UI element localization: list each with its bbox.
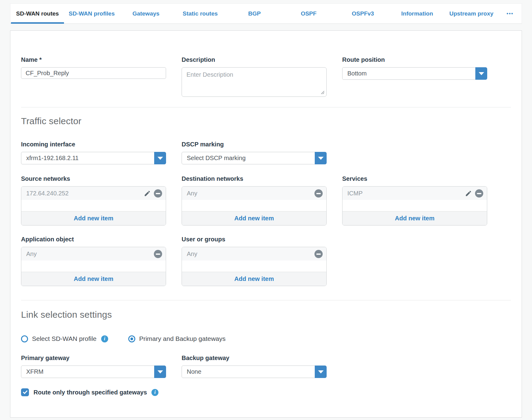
add-new-item-label: Add new item <box>395 215 434 222</box>
source-networks-add-button[interactable]: Add new item <box>21 211 166 225</box>
list-item: Any <box>182 247 326 261</box>
sd-wan-route-editor-card: Name * Description Route position Bottom <box>10 30 522 418</box>
radio-primary-backup-gateways-label: Primary and Backup gateways <box>139 335 226 342</box>
name-label: Name * <box>21 56 166 63</box>
backup-gateway-label: Backup gateway <box>182 355 327 362</box>
check-icon <box>23 389 27 394</box>
destination-networks-add-button[interactable]: Add new item <box>182 211 326 225</box>
edit-icon[interactable] <box>144 190 151 197</box>
user-or-groups-label: User or groups <box>182 236 327 243</box>
description-label: Description <box>182 56 327 63</box>
backup-gateway-value: None <box>182 368 315 375</box>
application-object-box: Any Add new item <box>21 247 166 286</box>
tab-static-routes[interactable]: Static routes <box>173 4 227 23</box>
services-box: ICMP Add new item <box>342 186 487 226</box>
user-or-groups-add-button[interactable]: Add new item <box>182 272 326 286</box>
application-object-label: Application object <box>21 236 166 243</box>
remove-icon[interactable] <box>314 189 323 198</box>
tab-upstream-proxy[interactable]: Upstream proxy <box>444 4 498 23</box>
dscp-marking-label: DSCP marking <box>182 141 327 148</box>
backup-gateway-dropdown-button[interactable] <box>315 366 327 378</box>
application-object-add-button[interactable]: Add new item <box>21 272 166 286</box>
name-field: Name * <box>21 56 166 79</box>
remove-icon[interactable] <box>475 189 483 198</box>
remove-icon[interactable] <box>314 250 323 258</box>
list-item: 172.64.240.252 <box>21 187 166 200</box>
general-fields-row: Name * Description Route position Bottom <box>21 56 511 97</box>
networks-row: Source networks 172.64.240.252 Add new i… <box>21 175 511 226</box>
destination-networks-label: Destination networks <box>182 175 327 182</box>
incoming-interface-label: Incoming interface <box>21 141 166 148</box>
link-selection-radio-group: Select SD-WAN profile i Primary and Back… <box>21 335 511 342</box>
radio-primary-backup-gateways[interactable] <box>128 335 135 342</box>
caret-down-icon <box>318 157 324 160</box>
services-add-button[interactable]: Add new item <box>342 211 487 225</box>
route-position-select[interactable]: Bottom <box>342 67 487 80</box>
list-item: Any <box>21 247 166 261</box>
tab-sd-wan-profiles[interactable]: SD-WAN profiles <box>65 4 119 23</box>
primary-gateway-dropdown-button[interactable] <box>154 366 166 378</box>
service-value: ICMP <box>347 190 465 197</box>
caret-down-icon <box>479 72 484 75</box>
application-object-field: Application object Any Add new item <box>21 236 166 286</box>
destination-network-value: Any <box>187 190 314 197</box>
name-input[interactable] <box>21 67 166 79</box>
dscp-marking-dropdown-button[interactable] <box>315 152 327 164</box>
route-position-dropdown-button[interactable] <box>475 67 487 80</box>
tab-information[interactable]: Information <box>390 4 444 23</box>
tab-bgp[interactable]: BGP <box>227 4 282 23</box>
backup-gateway-field: Backup gateway None <box>182 355 327 378</box>
tab-bar: SD-WAN routes SD-WAN profiles Gateways S… <box>10 3 522 24</box>
source-networks-label: Source networks <box>21 175 166 182</box>
remove-icon[interactable] <box>154 250 162 258</box>
list-empty-area <box>342 200 487 211</box>
incoming-interface-dropdown-button[interactable] <box>154 152 166 164</box>
add-new-item-label: Add new item <box>234 275 274 282</box>
caret-down-icon <box>158 370 163 373</box>
application-object-value: Any <box>26 250 154 257</box>
traffic-selector-heading: Traffic selector <box>21 116 511 126</box>
description-field: Description <box>182 56 327 97</box>
info-icon[interactable]: i <box>101 335 108 342</box>
dscp-marking-value: Select DSCP marking <box>182 155 315 162</box>
tab-gateways[interactable]: Gateways <box>119 4 173 23</box>
info-icon[interactable]: i <box>151 389 158 396</box>
tab-ospf[interactable]: OSPF <box>282 4 336 23</box>
source-networks-box: 172.64.240.252 Add new item <box>21 186 166 226</box>
dscp-marking-field: DSCP marking Select DSCP marking <box>182 141 327 164</box>
list-item: ICMP <box>342 187 487 200</box>
user-or-groups-value: Any <box>187 250 314 257</box>
route-only-row: Route only through specified gateways i <box>21 388 511 396</box>
caret-down-icon <box>158 157 163 160</box>
destination-networks-field: Destination networks Any Add new item <box>182 175 327 226</box>
list-empty-area <box>21 261 166 272</box>
link-selection-heading: Link selection settings <box>21 310 511 320</box>
primary-gateway-select[interactable]: XFRM <box>21 366 166 378</box>
route-only-checkbox-label: Route only through specified gateways <box>34 389 147 396</box>
services-label: Services <box>342 175 487 182</box>
source-networks-field: Source networks 172.64.240.252 Add new i… <box>21 175 166 226</box>
user-or-groups-field: User or groups Any Add new item <box>182 236 327 286</box>
caret-down-icon <box>318 370 324 373</box>
tab-sd-wan-routes[interactable]: SD-WAN routes <box>10 4 65 23</box>
dscp-marking-select[interactable]: Select DSCP marking <box>182 152 327 164</box>
radio-select-sdwan-profile[interactable] <box>21 335 28 342</box>
user-or-groups-box: Any Add new item <box>182 247 327 286</box>
services-field: Services ICMP Add new item <box>342 175 487 226</box>
route-only-checkbox[interactable] <box>21 388 29 396</box>
backup-gateway-select[interactable]: None <box>182 366 327 378</box>
description-textarea[interactable] <box>182 67 327 97</box>
gateways-row: Primary gateway XFRM Backup gateway None <box>21 355 511 378</box>
add-new-item-label: Add new item <box>74 275 113 282</box>
tab-ospfv3[interactable]: OSPFv3 <box>336 4 390 23</box>
add-new-item-label: Add new item <box>74 215 113 222</box>
source-network-value: 172.64.240.252 <box>26 190 144 197</box>
ellipsis-icon: ••• <box>507 11 514 16</box>
destination-networks-box: Any Add new item <box>182 186 327 226</box>
more-tabs-button[interactable]: ••• <box>498 4 522 23</box>
route-position-field: Route position Bottom <box>342 56 487 80</box>
edit-icon[interactable] <box>465 190 472 197</box>
remove-icon[interactable] <box>154 189 162 198</box>
incoming-interface-select[interactable]: xfrm1-192.168.2.11 <box>21 152 166 164</box>
route-position-label: Route position <box>342 56 487 63</box>
